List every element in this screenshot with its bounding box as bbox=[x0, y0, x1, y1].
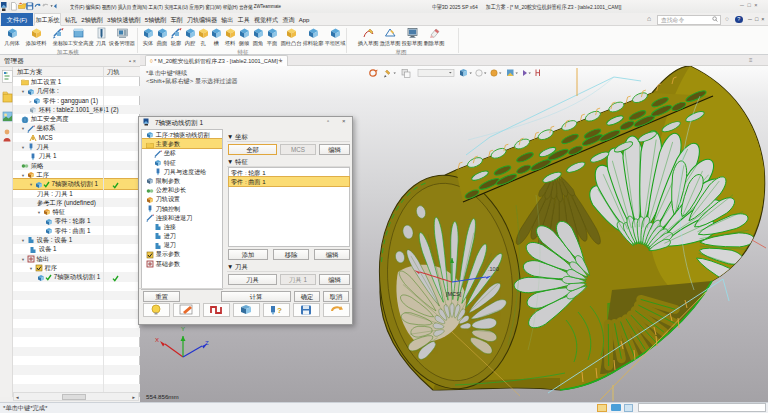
svg-text:X: X bbox=[155, 337, 159, 343]
svg-text:554.856mm: 554.856mm bbox=[146, 393, 179, 400]
svg-text:[MCS]: [MCS] bbox=[446, 291, 462, 297]
svg-text:Y: Y bbox=[181, 326, 185, 332]
svg-text:Z: Z bbox=[205, 340, 209, 346]
svg-text:.100: .100 bbox=[488, 266, 499, 272]
svg-text:?: ? bbox=[277, 306, 282, 315]
